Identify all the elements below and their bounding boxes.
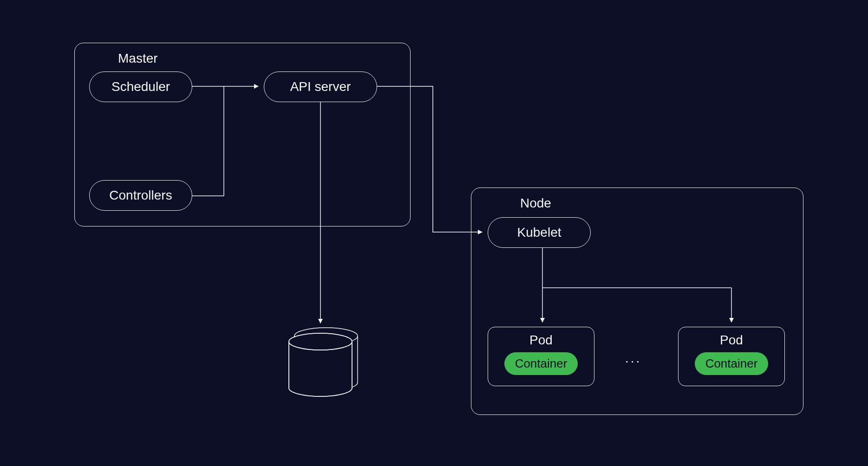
node-title: Node (520, 196, 551, 211)
pod-box-1: Pod Container (488, 327, 594, 386)
pod2-label: Pod (720, 333, 743, 348)
svg-point-12 (289, 333, 352, 350)
api-server-label: API server (290, 79, 351, 94)
api-server-box: API server (264, 71, 377, 102)
controllers-box: Controllers (89, 180, 192, 211)
pod-box-2: Pod Container (678, 327, 785, 386)
diagram-stage: Master Scheduler Controllers API server … (0, 0, 868, 466)
kubelet-box: Kubelet (488, 217, 591, 248)
kubelet-label: Kubelet (517, 225, 561, 240)
master-title: Master (118, 51, 158, 66)
pod1-label: Pod (529, 333, 553, 348)
pod1-container: Container (504, 352, 578, 375)
svg-point-11 (289, 333, 352, 350)
pod2-container: Container (695, 352, 769, 375)
scheduler-box: Scheduler (89, 71, 192, 102)
scheduler-label: Scheduler (111, 79, 170, 94)
controllers-label: Controllers (109, 188, 172, 203)
pods-ellipsis: ... (625, 351, 641, 366)
etcd-label: etcd (308, 365, 333, 380)
svg-point-8 (294, 328, 358, 344)
